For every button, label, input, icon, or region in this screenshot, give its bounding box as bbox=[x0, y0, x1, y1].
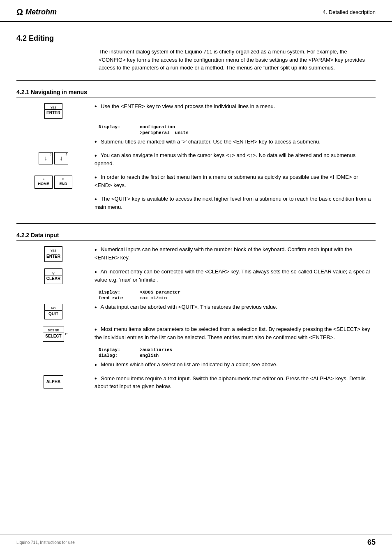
enter-key-top: YES bbox=[45, 106, 62, 110]
data-bullet-6-text: • Some menu items require a text input. … bbox=[90, 375, 376, 391]
select-display-value2: english bbox=[140, 353, 159, 358]
page-number: 65 bbox=[367, 538, 376, 547]
select-key-column: DOS NR SELECT P bbox=[16, 325, 90, 342]
nav-bullet-2: • Submenu titles are marked with a '>' c… bbox=[16, 138, 376, 146]
quit-key-column: NO QUIT bbox=[16, 303, 90, 319]
nav-bullet-1: YES ENTER • Use the <ENTER> key to view … bbox=[16, 102, 376, 119]
data-bullet-4-text: • Most menu items allow parameters to be… bbox=[90, 325, 376, 341]
bullet-dot: • bbox=[95, 304, 97, 311]
arrow-keys-row: J ↓ J ↓ bbox=[39, 152, 68, 164]
end-key-top: K bbox=[55, 177, 72, 181]
enter-key: YES ENTER bbox=[44, 103, 62, 119]
data-bullet-6: ALPHA • Some menu items require a text i… bbox=[16, 375, 376, 391]
nav-display-row2: >peripheral units bbox=[99, 130, 376, 135]
nav-bullet-5-key-empty bbox=[16, 195, 90, 196]
select-key-main: SELECT bbox=[45, 333, 61, 339]
select-key: DOS NR SELECT bbox=[43, 326, 64, 342]
main-content: 4.2 Editing The instrument dialog system… bbox=[0, 22, 392, 415]
clear-display-row2: feed rate max mL/min bbox=[99, 296, 376, 301]
nav-display-label1: Display: bbox=[99, 125, 131, 130]
page: Ω Metrohm 4. Detailed description 4.2 Ed… bbox=[0, 0, 392, 555]
data-bullet-4: DOS NR SELECT P • Most menu items allow … bbox=[16, 325, 376, 342]
data-bullet-2: Q CLEAR • An incorrect entry can be corr… bbox=[16, 268, 376, 284]
nav-bullet-2-text: • Submenu titles are marked with a '>' c… bbox=[90, 138, 376, 146]
nav-display-row1: Display: configuration bbox=[99, 125, 376, 130]
up-corner-mark: J bbox=[50, 153, 52, 156]
bullet-dot: • bbox=[95, 103, 97, 110]
home-key: E HOME bbox=[35, 176, 53, 189]
header-section-title: 4. Detailed description bbox=[323, 9, 376, 15]
down-corner-mark: J bbox=[66, 153, 67, 156]
clear-display-block: Display: >XDOS parameter feed rate max m… bbox=[99, 290, 376, 301]
logo-omega-symbol: Ω bbox=[16, 7, 23, 17]
select-display-row1: Display: >auxiliaries bbox=[99, 347, 376, 352]
select-display-block: Display: >auxiliaries dialog: english bbox=[99, 347, 376, 358]
select-key-side-p: P bbox=[65, 332, 67, 336]
home-key-top: E bbox=[35, 177, 52, 181]
page-footer: Liquino 711, Instructions for use 65 bbox=[0, 534, 392, 547]
data-enter-key-top: YES bbox=[45, 249, 62, 253]
end-key: K END bbox=[54, 176, 72, 189]
clear-key: Q CLEAR bbox=[44, 268, 62, 284]
alpha-key-column: ALPHA bbox=[16, 375, 90, 388]
footer-text: Liquino 711, Instructions for use bbox=[16, 540, 75, 545]
clear-key-main: CLEAR bbox=[46, 275, 60, 282]
bullet-dot: • bbox=[95, 362, 97, 368]
quit-key-top: NO bbox=[45, 306, 62, 311]
clear-key-top: Q bbox=[45, 271, 62, 275]
clear-display-label1: Display: bbox=[99, 290, 131, 295]
nav-bullet-3-text: • You can also navigate in menus with th… bbox=[90, 151, 376, 167]
enter-key-column: YES ENTER bbox=[16, 102, 90, 119]
data-bullet-1: YES ENTER • Numerical inputs can be ente… bbox=[16, 245, 376, 262]
bullet-dot: • bbox=[95, 153, 97, 159]
data-enter-key: YES ENTER bbox=[44, 246, 62, 262]
clear-display-row1: Display: >XDOS parameter bbox=[99, 290, 376, 295]
page-header: Ω Metrohm 4. Detailed description bbox=[0, 0, 392, 22]
data-bullet-5-text: • Menu items which offer a selection lis… bbox=[90, 361, 376, 369]
alpha-key: ALPHA bbox=[44, 375, 63, 388]
select-display-label2: dialog: bbox=[99, 353, 131, 358]
nav-bullet-3: J ↓ J ↓ • You can also navigate in menus… bbox=[16, 151, 376, 167]
navigating-block: YES ENTER • Use the <ENTER> key to view … bbox=[16, 102, 376, 211]
bullet-dot: • bbox=[95, 247, 97, 253]
data-bullet-5: • Menu items which offer a selection lis… bbox=[16, 361, 376, 369]
data-bullet-1-text: • Numerical inputs can be entered easily… bbox=[90, 245, 376, 261]
quit-key: NO QUIT bbox=[44, 304, 62, 319]
select-display-label1: Display: bbox=[99, 347, 131, 352]
alpha-key-main: ALPHA bbox=[46, 379, 60, 385]
nav-bullet-5-text: • The <QUIT> key is available to access … bbox=[90, 195, 376, 211]
down-arrow-key: J ↓ bbox=[54, 152, 68, 164]
clear-key-column: Q CLEAR bbox=[16, 268, 90, 284]
data-bullet-3-text: • A data input can be aborted with <QUIT… bbox=[90, 303, 376, 311]
section-42-heading: 4.2 Editing bbox=[16, 34, 376, 43]
nav-bullet-5: • The <QUIT> key is available to access … bbox=[16, 195, 376, 211]
clear-display-value2: max mL/min bbox=[140, 296, 167, 301]
nav-display-value1: configuration bbox=[140, 125, 175, 130]
bullet-dot: • bbox=[95, 196, 97, 203]
nav-display-label2 bbox=[99, 130, 131, 135]
home-end-column: E HOME K END bbox=[16, 173, 90, 189]
data-bullet-5-key-empty bbox=[16, 361, 90, 361]
data-enter-key-main: ENTER bbox=[46, 253, 60, 259]
select-display-value1: >auxiliaries bbox=[140, 347, 172, 352]
section-42-intro: The instrument dialog system of the Liqu… bbox=[99, 48, 376, 72]
home-key-main: HOME bbox=[38, 181, 49, 187]
bullet-dot: • bbox=[95, 174, 97, 181]
logo-name: Metrohm bbox=[25, 8, 57, 16]
nav-bullet-2-key-empty bbox=[16, 138, 90, 139]
select-display-row2: dialog: english bbox=[99, 353, 376, 358]
clear-display-label2: feed rate bbox=[99, 296, 131, 301]
nav-display-block: Display: configuration >peripheral units bbox=[99, 125, 376, 135]
bullet-dot: • bbox=[95, 139, 97, 145]
logo-area: Ω Metrohm bbox=[16, 7, 57, 17]
bullet-dot: • bbox=[95, 375, 97, 382]
data-input-block: YES ENTER • Numerical inputs can be ente… bbox=[16, 245, 376, 391]
divider-421 bbox=[16, 80, 376, 81]
bullet-dot: • bbox=[95, 269, 97, 275]
section-422-heading: 4.2.2 Data input bbox=[16, 232, 376, 240]
home-end-row: E HOME K END bbox=[35, 176, 72, 189]
arrow-keys-column: J ↓ J ↓ bbox=[16, 151, 90, 164]
data-bullet-2-text: • An incorrect entry can be corrected wi… bbox=[90, 268, 376, 284]
nav-bullet-4-text: • In order to reach the first or last me… bbox=[90, 173, 376, 189]
quit-key-main: QUIT bbox=[48, 311, 58, 317]
